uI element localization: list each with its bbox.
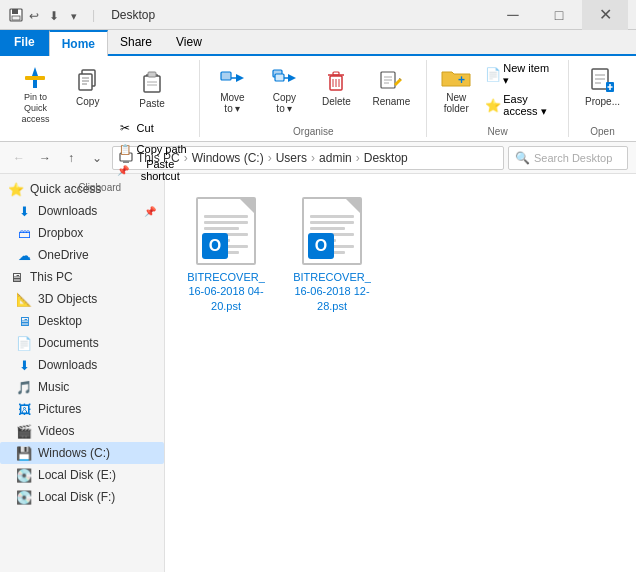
local-f-icon: 💽 [16, 489, 32, 505]
copy-button[interactable]: Copy [67, 60, 109, 118]
new-item-button[interactable]: 📄 New item ▾ [481, 60, 560, 89]
move-to-icon [216, 64, 248, 92]
sidebar-item-this-pc[interactable]: 🖥 This PC [0, 266, 164, 288]
sidebar-item-local-e[interactable]: 💽 Local Disk (E:) [0, 464, 164, 486]
svg-text:▾: ▾ [71, 10, 77, 22]
new-folder-label: Newfolder [444, 92, 469, 114]
tab-share[interactable]: Share [108, 30, 164, 54]
paste-shortcut-button[interactable]: 📌 Paste shortcut [113, 160, 192, 180]
sidebar-item-onedrive[interactable]: ☁ OneDrive [0, 244, 164, 266]
minimize-button[interactable]: ─ [490, 0, 536, 30]
downloads-icon: ⬇ [16, 203, 32, 219]
tab-file[interactable]: File [0, 30, 49, 54]
svg-rect-15 [144, 76, 160, 92]
svg-rect-16 [148, 72, 156, 77]
svg-rect-8 [33, 80, 37, 88]
organise-label: Organise [293, 124, 334, 137]
sidebar-item-music[interactable]: 🎵 Music [0, 376, 164, 398]
search-placeholder: Search Desktop [534, 152, 612, 164]
copy-icon [72, 64, 104, 96]
path-segment-3: Users [276, 151, 307, 165]
file-name-1: BITRECOVER_16-06-2018 04-20.pst [187, 270, 265, 313]
tab-view[interactable]: View [164, 30, 214, 54]
sidebar-item-3d-objects[interactable]: 📐 3D Objects [0, 288, 164, 310]
easy-access-button[interactable]: ⭐ Easy access ▾ [481, 91, 560, 120]
sidebar-item-desktop[interactable]: 🖥 Desktop [0, 310, 164, 332]
easy-access-label: Easy access ▾ [503, 93, 556, 118]
path-segment-2: Windows (C:) [192, 151, 264, 165]
sidebar-item-videos-label: Videos [38, 424, 74, 438]
sidebar-item-dropbox[interactable]: 🗃 Dropbox [0, 222, 164, 244]
open-label: Open [590, 124, 614, 137]
dropbox-icon: 🗃 [16, 225, 32, 241]
new-folder-button[interactable]: + Newfolder [435, 60, 477, 118]
sidebar-item-documents[interactable]: 📄 Documents [0, 332, 164, 354]
file-doc-shape-2: O [302, 197, 362, 265]
copy-path-icon: 📋 [117, 141, 133, 157]
svg-rect-1 [12, 9, 18, 14]
paste-button[interactable]: Paste [113, 62, 192, 114]
main-layout: ⭐ Quick access ⬇ Downloads 📌 🗃 Dropbox ☁… [0, 174, 636, 572]
delete-label: Delete [322, 96, 351, 107]
sidebar-item-downloads[interactable]: ⬇ Downloads 📌 [0, 200, 164, 222]
dropdown-icon[interactable]: ▾ [68, 7, 84, 23]
move-to-button[interactable]: Moveto ▾ [208, 60, 256, 118]
close-button[interactable]: ✕ [582, 0, 628, 30]
tab-home[interactable]: Home [49, 30, 108, 56]
sidebar-item-local-f[interactable]: 💽 Local Disk (F:) [0, 486, 164, 508]
new-item-icon: 📄 [485, 67, 501, 82]
sidebar-item-3d-objects-label: 3D Objects [38, 292, 97, 306]
file-item-2[interactable]: O BITRECOVER_16-06-2018 12-28.pst [287, 190, 377, 319]
new-group: + Newfolder 📄 New item ▾ ⭐ Easy access ▾… [427, 60, 569, 137]
search-icon: 🔍 [515, 151, 530, 165]
svg-marker-24 [288, 74, 296, 82]
delete-button[interactable]: Delete [312, 60, 360, 118]
sidebar-item-downloads-pc-label: Downloads [38, 358, 97, 372]
title-bar: ↩ ⬇ ▾ | Desktop ─ □ ✕ [0, 0, 636, 30]
organise-content: Moveto ▾ Copyto ▾ [208, 60, 418, 124]
svg-text:+: + [458, 73, 465, 87]
sidebar-item-windows-c-label: Windows (C:) [38, 446, 110, 460]
windows-c-icon: 💾 [16, 445, 32, 461]
easy-access-icon: ⭐ [485, 98, 501, 113]
desktop-icon: 🖥 [16, 313, 32, 329]
downloads-pc-icon: ⬇ [16, 357, 32, 373]
sidebar-item-onedrive-label: OneDrive [38, 248, 89, 262]
local-e-icon: 💽 [16, 467, 32, 483]
properties-button[interactable]: Prope... [577, 60, 628, 118]
file-doc-shape-1: O [196, 197, 256, 265]
sidebar-item-downloads-pc[interactable]: ⬇ Downloads [0, 354, 164, 376]
3d-objects-icon: 📐 [16, 291, 32, 307]
cut-button[interactable]: ✂ Cut [113, 118, 192, 138]
path-segment-5: Desktop [364, 151, 408, 165]
copy-path-button[interactable]: 📋 Copy path [113, 139, 192, 159]
rename-button[interactable]: Rename [364, 60, 418, 118]
svg-text:↩: ↩ [29, 9, 39, 22]
sidebar-item-windows-c[interactable]: 💾 Windows (C:) [0, 442, 164, 464]
outlook-badge-1: O [202, 233, 228, 259]
paste-shortcut-label: Paste shortcut [133, 158, 187, 182]
properties-icon [586, 64, 618, 96]
file-area: O BITRECOVER_16-06-2018 04-20.pst [165, 174, 636, 572]
maximize-button[interactable]: □ [536, 0, 582, 30]
sidebar-item-pictures[interactable]: 🖼 Pictures [0, 398, 164, 420]
svg-marker-20 [236, 74, 244, 82]
paste-icon [136, 66, 168, 98]
save-icon[interactable] [8, 7, 24, 23]
rename-icon [375, 64, 407, 96]
clipboard-group: Pin to Quickaccess Copy [0, 60, 200, 137]
sidebar-item-videos[interactable]: 🎬 Videos [0, 420, 164, 442]
delete-icon [320, 64, 352, 96]
this-pc-icon: 🖥 [8, 269, 24, 285]
sidebar: ⭐ Quick access ⬇ Downloads 📌 🗃 Dropbox ☁… [0, 174, 165, 572]
cut-label: Cut [137, 122, 154, 134]
properties-label: Prope... [585, 96, 620, 107]
file-item-1[interactable]: O BITRECOVER_16-06-2018 04-20.pst [181, 190, 271, 319]
path-segment-4: admin [319, 151, 352, 165]
pictures-icon: 🖼 [16, 401, 32, 417]
pin-to-quick-access-button[interactable]: Pin to Quickaccess [8, 60, 63, 118]
search-box[interactable]: 🔍 Search Desktop [508, 146, 628, 170]
copy-to-button[interactable]: Copyto ▾ [260, 60, 308, 118]
undo-icon[interactable]: ↩ [28, 7, 44, 23]
redo-icon[interactable]: ⬇ [48, 7, 64, 23]
